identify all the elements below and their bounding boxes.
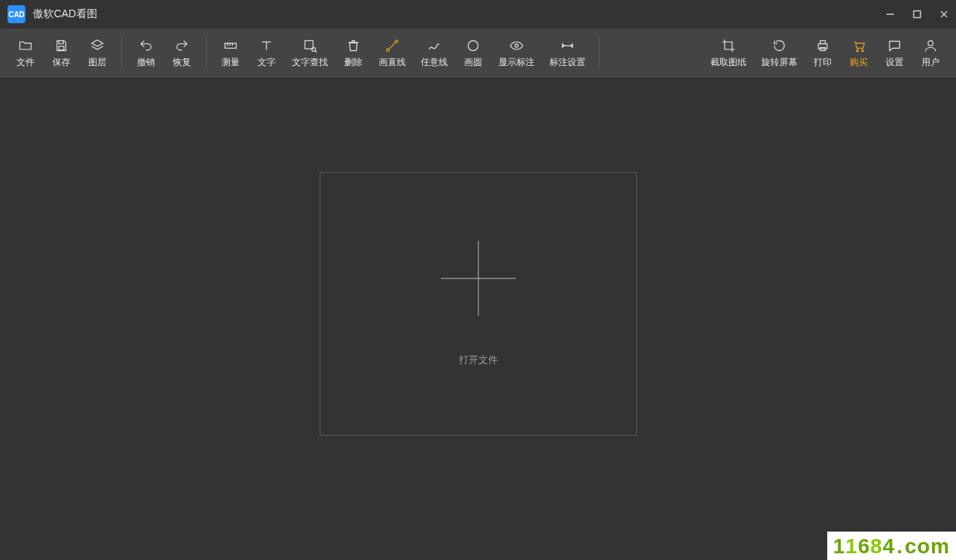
user-button[interactable]: 用户 [913, 28, 949, 78]
svg-point-18 [515, 43, 518, 46]
file-button[interactable]: 文件 [7, 28, 43, 78]
user-icon [923, 38, 938, 53]
screenshot-button[interactable]: 截取图纸 [703, 28, 754, 78]
text-find-button[interactable]: 文字查找 [284, 28, 335, 78]
crop-icon [721, 38, 736, 53]
eye-icon [509, 38, 524, 53]
svg-rect-22 [818, 43, 827, 49]
text-search-icon [302, 38, 317, 53]
text-button[interactable]: 文字 [249, 28, 284, 78]
folder-icon [18, 38, 33, 53]
svg-rect-4 [59, 46, 64, 49]
save-icon [54, 38, 69, 53]
delete-button[interactable]: 删除 [335, 28, 371, 78]
delete-label: 删除 [344, 56, 362, 69]
maximize-button[interactable] [910, 7, 925, 22]
trash-icon [346, 38, 361, 53]
svg-rect-1 [914, 11, 921, 18]
svg-point-27 [928, 40, 934, 46]
annotation-settings-label: 标注设置 [549, 56, 585, 69]
settings-label: 设置 [886, 56, 904, 69]
canvas-area: 打开文件 11684.com [0, 78, 956, 560]
svg-point-26 [862, 49, 864, 52]
svg-line-16 [389, 42, 395, 49]
layers-button[interactable]: 图层 [79, 28, 115, 78]
draw-polyline-button[interactable]: 任意线 [413, 28, 455, 78]
svg-rect-23 [820, 40, 826, 43]
minimize-button[interactable] [883, 7, 898, 22]
print-button[interactable]: 打印 [805, 28, 841, 78]
undo-label: 撤销 [137, 56, 155, 69]
draw-circle-button[interactable]: 画圆 [455, 28, 491, 78]
text-label: 文字 [258, 56, 275, 69]
draw-line-button[interactable]: 画直线 [371, 28, 413, 78]
file-label: 文件 [16, 56, 34, 69]
close-button[interactable] [937, 7, 952, 22]
text-icon [259, 38, 274, 53]
measure-label: 测量 [222, 56, 240, 69]
draw-line-label: 画直线 [379, 56, 406, 69]
rotate-screen-label: 旋转屏幕 [761, 56, 797, 69]
show-annotation-label: 显示标注 [499, 56, 535, 69]
svg-point-15 [395, 40, 398, 42]
ruler-icon [223, 38, 238, 53]
title-bar: CAD 傲软CAD看图 [0, 0, 956, 28]
svg-point-25 [856, 49, 859, 52]
toolbar-separator [121, 37, 122, 69]
layers-label: 图层 [88, 56, 106, 69]
undo-icon [138, 38, 153, 53]
screenshot-label: 截取图纸 [710, 56, 746, 69]
save-label: 保存 [52, 56, 70, 69]
plus-icon [441, 240, 516, 315]
toolbar: 文件 保存 图层 撤销 恢复 [0, 28, 956, 78]
watermark: 11684.com [827, 532, 956, 560]
draw-polyline-label: 任意线 [421, 56, 448, 69]
rotate-icon [772, 38, 787, 53]
redo-icon [174, 38, 189, 53]
user-label: 用户 [922, 56, 940, 69]
settings-button[interactable]: 设置 [877, 28, 913, 78]
toolbar-separator [599, 37, 600, 69]
svg-rect-5 [225, 43, 237, 48]
measure-button[interactable]: 测量 [213, 28, 249, 78]
redo-button[interactable]: 恢复 [164, 28, 200, 78]
printer-icon [815, 38, 830, 53]
show-annotation-button[interactable]: 显示标注 [491, 28, 542, 78]
open-file-dropzone[interactable]: 打开文件 [320, 171, 637, 435]
app-title: 傲软CAD看图 [33, 7, 97, 21]
dimension-icon [560, 38, 575, 53]
draw-circle-label: 画圆 [464, 56, 482, 69]
save-button[interactable]: 保存 [43, 28, 79, 78]
rotate-screen-button[interactable]: 旋转屏幕 [754, 28, 805, 78]
text-find-label: 文字查找 [292, 56, 328, 69]
svg-line-13 [315, 50, 317, 52]
buy-label: 购买 [850, 56, 868, 69]
chat-icon [887, 38, 902, 53]
window-controls [883, 7, 952, 22]
svg-point-14 [387, 49, 389, 51]
annotation-settings-button[interactable]: 标注设置 [542, 28, 593, 78]
svg-rect-11 [305, 40, 313, 49]
circle-icon [466, 38, 481, 53]
svg-point-17 [468, 40, 478, 50]
toolbar-separator [206, 37, 207, 69]
cart-icon [851, 38, 866, 53]
polyline-icon [427, 38, 442, 53]
undo-button[interactable]: 撤销 [128, 28, 164, 78]
line-icon [385, 38, 400, 53]
open-file-label: 打开文件 [459, 353, 498, 366]
layers-icon [90, 38, 105, 53]
app-icon: CAD [7, 5, 25, 23]
buy-button[interactable]: 购买 [841, 28, 877, 78]
redo-label: 恢复 [173, 56, 191, 69]
print-label: 打印 [814, 56, 832, 69]
